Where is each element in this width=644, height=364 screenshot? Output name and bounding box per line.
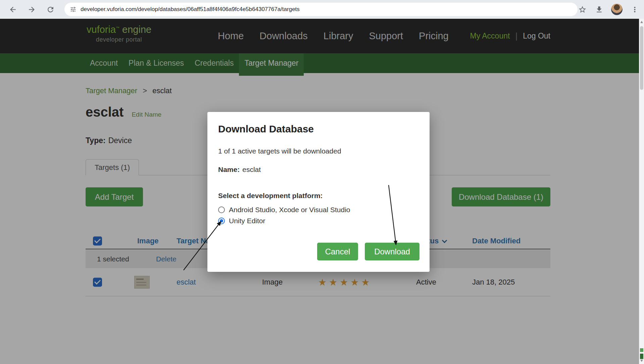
download-button[interactable]: Download bbox=[365, 243, 419, 260]
browser-menu-button[interactable] bbox=[630, 5, 639, 14]
download-icon bbox=[595, 5, 603, 14]
scrollbar-thumb[interactable] bbox=[640, 26, 643, 90]
dialog-name-label: Name: bbox=[218, 166, 240, 173]
dialog-title: Download Database bbox=[218, 123, 314, 135]
back-button[interactable] bbox=[8, 5, 17, 14]
platform-select-label: Select a development platform: bbox=[218, 192, 323, 200]
scroll-up-arrow-icon[interactable] bbox=[640, 21, 643, 23]
platform-option-label: Android Studio, Xcode or Visual Studio bbox=[229, 206, 350, 214]
scroll-down-arrow-icon[interactable] bbox=[640, 360, 643, 362]
back-icon bbox=[9, 5, 17, 14]
url-text: developer.vuforia.com/develop/databases/… bbox=[81, 6, 300, 13]
download-database-dialog: Download Database 1 of 1 active targets … bbox=[207, 112, 430, 272]
downloads-button[interactable] bbox=[594, 5, 604, 14]
kebab-menu-icon bbox=[631, 5, 639, 14]
scrollbar-marker bbox=[640, 354, 643, 359]
address-bar[interactable]: developer.vuforia.com/develop/databases/… bbox=[64, 3, 578, 16]
forward-button[interactable] bbox=[27, 5, 36, 14]
platform-option-label: Unity Editor bbox=[229, 217, 265, 225]
forward-icon bbox=[28, 5, 36, 14]
reload-button[interactable] bbox=[46, 5, 55, 14]
radio-unchecked-icon[interactable] bbox=[218, 206, 225, 213]
scrollbar-marker bbox=[640, 348, 643, 352]
platform-option-android-xcode-vs[interactable]: Android Studio, Xcode or Visual Studio bbox=[218, 206, 350, 214]
dialog-name-value: esclat bbox=[242, 166, 261, 173]
page-scrollbar[interactable] bbox=[639, 19, 644, 364]
profile-avatar[interactable] bbox=[611, 4, 623, 15]
reload-icon bbox=[46, 5, 55, 14]
dialog-subtitle: 1 of 1 active targets will be downloaded bbox=[218, 147, 341, 155]
site-info-icon[interactable] bbox=[70, 6, 77, 13]
bookmark-star-icon bbox=[578, 5, 587, 14]
browser-toolbar: developer.vuforia.com/develop/databases/… bbox=[0, 0, 644, 19]
cancel-button[interactable]: Cancel bbox=[317, 243, 358, 260]
radio-checked-icon[interactable] bbox=[218, 218, 225, 224]
bookmark-button[interactable] bbox=[578, 5, 587, 14]
platform-option-unity-editor[interactable]: Unity Editor bbox=[218, 217, 265, 225]
